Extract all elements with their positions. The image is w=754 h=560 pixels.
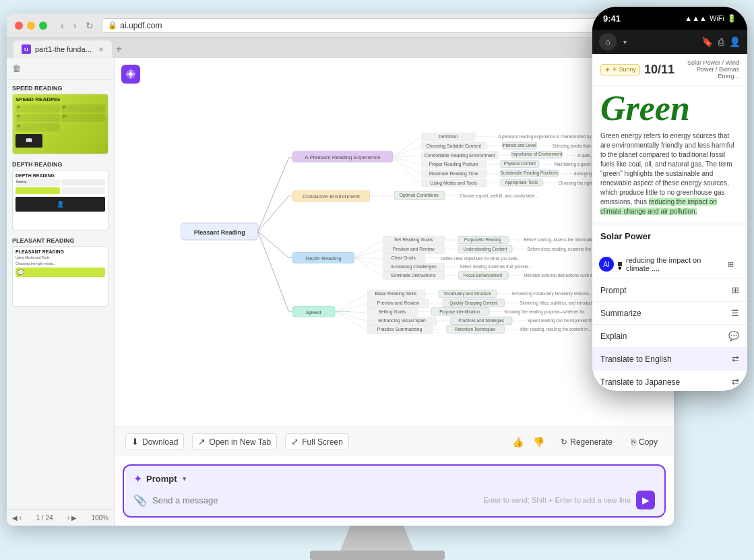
- phone-bookmark-icon[interactable]: 🔖: [701, 36, 713, 47]
- svg-text:Quickly Grasping Content: Quickly Grasping Content: [449, 301, 498, 306]
- copy-icon: ⎘: [631, 437, 636, 447]
- delete-icon[interactable]: 🗑: [12, 63, 21, 73]
- thumb-green-bg: SPEED READING Q1 Q2 Q3 Q4 Q5 📖: [13, 94, 108, 154]
- phone-ai-dot-row: •: [618, 262, 622, 266]
- phone-person-icon[interactable]: 👤: [729, 36, 741, 47]
- maximize-button[interactable]: [39, 22, 47, 30]
- thumb-depth-cell-1: Reading: [15, 179, 60, 186]
- thumbs-up-button[interactable]: 👍: [509, 435, 526, 449]
- svg-text:Depth Reading: Depth Reading: [305, 255, 341, 261]
- thumb-cell-q4: Q4: [61, 114, 106, 122]
- thumbs-down-button[interactable]: 👎: [530, 435, 547, 449]
- thumb-cell-q5: Q5: [15, 123, 60, 131]
- new-tab-button[interactable]: +: [116, 43, 122, 58]
- thumb-content-1: Q1 Q2 Q3 Q4 Q5: [15, 104, 105, 131]
- prompt-star-icon: ✦: [133, 472, 142, 485]
- bottom-toolbar: ⬇ Download ↗ Open in New Tab ⤢ Full Scre…: [115, 427, 674, 456]
- menu-translate-japanese-icon: ⇄: [732, 377, 739, 387]
- phone-nav-bar: ⌂ ▾ 🔖 ⎙ 👤: [592, 30, 747, 54]
- mindmap-icon-button[interactable]: [121, 65, 140, 84]
- battery-icon: 🔋: [727, 14, 736, 23]
- phone-status-bar: 9:41 ▲▲▲ WiFi 🔋: [592, 7, 747, 30]
- thumb-img-2: DEPTH READING Reading 👤: [12, 170, 108, 230]
- svg-line-97: [354, 257, 381, 275]
- thumbnail-depth-reading[interactable]: DEPTH READING DEPTH READING Reading 👤: [12, 161, 108, 230]
- svg-line-87: [354, 257, 381, 258]
- svg-text:Skimming titles, subtitles, an: Skimming titles, subtitles, and introduc…: [520, 301, 602, 306]
- solar-title: Solar Power: [600, 231, 739, 241]
- svg-text:Practice Summarizing: Practice Summarizing: [377, 327, 422, 332]
- green-desc-text: Green energy refers to energy sources th…: [600, 132, 734, 206]
- browser-window: ‹ › ↻ 🔒 ai.updf.com U part1-the funda...…: [7, 13, 674, 526]
- sun-icon: ☀: [604, 66, 610, 73]
- svg-text:Clear Goals: Clear Goals: [391, 255, 416, 260]
- browser-tab[interactable]: U part1-the funda... ✕: [13, 40, 112, 58]
- open-tab-button[interactable]: ↗ Open in New Tab: [192, 433, 277, 450]
- attach-icon[interactable]: 📎: [133, 494, 147, 507]
- thumb-depth-cell-2: [61, 179, 106, 186]
- energy-info: Solar Power / Wind Power / Biomas Energ.…: [679, 59, 739, 80]
- regenerate-button[interactable]: ↻ Regenerate: [555, 435, 618, 449]
- thumb-person-icon: 👤: [57, 201, 64, 208]
- svg-line-9: [258, 196, 289, 232]
- send-button[interactable]: ▶: [636, 491, 655, 509]
- svg-text:Pleasant Reading: Pleasant Reading: [194, 229, 245, 236]
- menu-item-translate-japanese[interactable]: Translate to Japanese ⇄: [592, 371, 747, 391]
- svg-text:Comfortable Reading Environmen: Comfortable Reading Environment: [425, 153, 495, 158]
- menu-item-prompt[interactable]: Prompt ⊞: [592, 279, 747, 302]
- svg-text:Preview and Review: Preview and Review: [393, 247, 435, 251]
- svg-text:Interest and Level: Interest and Level: [502, 143, 536, 148]
- refresh-button[interactable]: ↻: [83, 19, 96, 32]
- next-page-button[interactable]: › ▶: [67, 514, 77, 522]
- thumb-cell-q2: Q2: [61, 104, 106, 113]
- svg-text:Purposeful Reading: Purposeful Reading: [464, 237, 502, 243]
- svg-line-71: [354, 241, 381, 257]
- browser-nav: ‹ › ↻: [58, 19, 96, 32]
- prompt-chevron-icon[interactable]: ▾: [183, 474, 187, 483]
- phone-share-icon[interactable]: ⎙: [718, 36, 724, 47]
- thumb-img-1: SPEED READING Q1 Q2 Q3 Q4 Q5 📖: [12, 94, 108, 154]
- forward-button[interactable]: ›: [71, 19, 80, 32]
- svg-line-11: [258, 232, 289, 312]
- svg-text:Before starting, assess the in: Before starting, assess the information.…: [524, 237, 599, 243]
- thumbnail-speed-reading[interactable]: SPEED READING SPEED READING Q1 Q2 Q3 Q4 …: [12, 85, 108, 154]
- thumb-depth-content: Reading: [15, 179, 105, 194]
- svg-line-10: [258, 232, 289, 258]
- svg-text:Preview and Review: Preview and Review: [377, 301, 419, 305]
- tab-title: part1-the funda...: [35, 45, 92, 53]
- main-content: Pleasant Reading A Pleasant Reading Expe…: [115, 58, 674, 526]
- tab-close-button[interactable]: ✕: [98, 46, 104, 53]
- phone-header-strip: ☀ ☀ Sunny 10/11 Solar Power / Wind Power…: [592, 54, 747, 86]
- phone-nav-arrow: ▾: [623, 38, 627, 46]
- green-title: Green: [600, 91, 739, 126]
- date-badge: 10/11: [644, 63, 674, 77]
- prompt-input[interactable]: [152, 495, 478, 505]
- phone-ai-dot: •: [618, 262, 622, 266]
- prev-page-button[interactable]: ◀ ‹: [12, 514, 22, 522]
- feedback-buttons: 👍 👎: [509, 435, 547, 449]
- menu-summarize-icon: ☰: [731, 308, 739, 318]
- tab-bar: U part1-the funda... ✕ +: [7, 38, 674, 58]
- menu-translate-english-icon: ⇄: [732, 354, 739, 364]
- phone-content: ☀ ☀ Sunny 10/11 Solar Power / Wind Power…: [592, 54, 747, 391]
- full-screen-icon: ⤢: [291, 437, 299, 447]
- close-button[interactable]: [15, 22, 23, 30]
- menu-item-translate-english[interactable]: Translate to English ⇄: [592, 348, 747, 371]
- thumbnail-pleasant-reading[interactable]: PLEASANT READING PLEASANT READING Using …: [12, 237, 108, 307]
- back-button[interactable]: ‹: [58, 19, 67, 32]
- phone-home-icon[interactable]: ⌂: [599, 33, 617, 51]
- minimize-button[interactable]: [27, 22, 35, 30]
- svg-text:Physical Comfort: Physical Comfort: [504, 161, 536, 166]
- monitor-base: [310, 551, 445, 560]
- thumb-img-3: PLEASANT READING Using Media and Tools C…: [12, 246, 108, 307]
- download-button[interactable]: ⬇ Download: [125, 433, 184, 450]
- menu-item-summarize[interactable]: Summarize ☰: [592, 302, 747, 325]
- svg-text:Increasing Challenges: Increasing Challenges: [391, 264, 437, 270]
- green-title-area: Green: [592, 86, 747, 129]
- thumb-depth-cell-4: [61, 187, 106, 194]
- copy-button[interactable]: ⎘ Copy: [626, 435, 663, 449]
- full-screen-button[interactable]: ⤢ Full Screen: [285, 433, 349, 450]
- menu-item-explain[interactable]: Explain 💬: [592, 325, 747, 348]
- svg-text:Knowing the reading purpose—wh: Knowing the reading purpose—whether for.…: [505, 309, 588, 315]
- address-bar[interactable]: 🔒 ai.updf.com: [102, 18, 666, 33]
